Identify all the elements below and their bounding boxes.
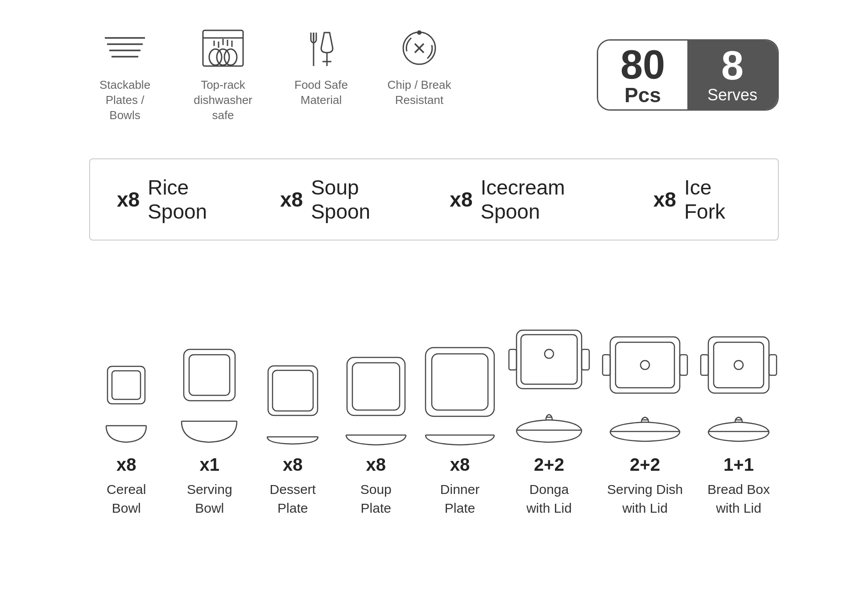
svg-rect-43 — [509, 349, 517, 370]
svg-point-12 — [217, 49, 229, 65]
foodsafe-icon — [301, 27, 341, 71]
serving-bowl-drawings — [177, 276, 242, 446]
serving-dish-drawings — [600, 276, 690, 446]
svg-rect-39 — [432, 354, 488, 410]
svg-rect-41 — [517, 330, 582, 389]
svg-rect-50 — [603, 355, 610, 375]
cutlery-item-1: x8 Soup Spoon — [280, 175, 414, 224]
cutlery-item-3: x8 Ice Fork — [653, 175, 751, 224]
cereal-bowl-drawings — [99, 276, 153, 446]
serves-badge: 80 Pcs 8 Serves — [597, 39, 779, 111]
soup-plate-count: x8 — [366, 455, 386, 475]
svg-rect-35 — [347, 357, 405, 415]
cutlery-name-1: Soup Spoon — [311, 175, 414, 224]
dessert-plate-count: x8 — [283, 455, 303, 475]
cutlery-count-2: x8 — [450, 187, 472, 212]
soup-plate-name: Soup Plate — [360, 480, 392, 518]
svg-point-25 — [417, 30, 422, 35]
badge-serves-section: 8 Serves — [687, 41, 777, 109]
item-dinner-plate: x8 Dinner Plate — [422, 276, 498, 518]
badge-serves-label: Serves — [707, 86, 757, 104]
main-container: Stackable Plates / Bowls — [0, 0, 868, 589]
dessert-plate-drawings — [263, 276, 323, 446]
badge-serves-num: 8 — [721, 46, 744, 86]
item-donga: 2+2 Donga with Lid — [507, 276, 591, 518]
soup-plate-drawings — [343, 276, 409, 446]
svg-rect-42 — [521, 335, 577, 384]
cereal-bowl-name: Cereal Bowl — [107, 480, 146, 518]
feature-stackable: Stackable Plates / Bowls — [89, 27, 161, 123]
svg-rect-56 — [714, 342, 764, 388]
badge-quantity: 80 — [620, 45, 665, 85]
svg-point-13 — [224, 49, 237, 65]
svg-rect-27 — [112, 371, 141, 399]
svg-rect-57 — [701, 355, 708, 375]
item-dessert-plate: x8 Dessert Plate — [256, 276, 330, 518]
serving-bowl-count: x1 — [200, 455, 220, 475]
feature-chipbreak: Chip / Break Resistant — [384, 27, 455, 108]
svg-point-45 — [545, 349, 554, 358]
dishwasher-icon — [198, 27, 248, 71]
cutlery-item-2: x8 Icecream Spoon — [450, 175, 617, 224]
dinner-plate-count: x8 — [450, 455, 470, 475]
svg-rect-29 — [184, 349, 235, 401]
serving-dish-count: 2+2 — [630, 455, 660, 475]
svg-rect-55 — [708, 337, 769, 393]
svg-rect-36 — [352, 363, 400, 410]
donga-count: 2+2 — [534, 455, 564, 475]
chipbreak-label: Chip / Break Resistant — [387, 78, 451, 108]
svg-rect-58 — [769, 355, 777, 375]
cutlery-count-3: x8 — [653, 187, 676, 212]
svg-point-59 — [734, 361, 743, 369]
svg-point-11 — [209, 49, 222, 65]
svg-rect-32 — [268, 366, 318, 415]
svg-rect-51 — [680, 355, 687, 375]
badge-unit: Pcs — [624, 85, 661, 105]
svg-rect-30 — [189, 355, 230, 395]
foodsafe-label: Food Safe Material — [294, 78, 348, 108]
cutlery-row: x8 Rice Spoon x8 Soup Spoon x8 Icecream … — [89, 158, 779, 241]
svg-rect-44 — [582, 349, 589, 370]
cutlery-name-2: Icecream Spoon — [480, 175, 617, 224]
items-grid: x8 Cereal Bowl x1 Serving Bowl — [89, 276, 779, 518]
features-row: Stackable Plates / Bowls — [89, 27, 455, 123]
dishwasher-label: Top-rack dishwasher safe — [187, 78, 259, 123]
cutlery-count-0: x8 — [117, 187, 140, 212]
cutlery-count-1: x8 — [280, 187, 303, 212]
feature-foodsafe: Food Safe Material — [285, 27, 357, 108]
serving-bowl-name: Serving Bowl — [187, 480, 232, 518]
bread-box-name: Bread Box with Lid — [707, 480, 770, 518]
svg-rect-4 — [203, 30, 243, 66]
item-serving-bowl: x1 Serving Bowl — [173, 276, 247, 518]
cutlery-name-0: Rice Spoon — [148, 175, 244, 224]
item-soup-plate: x8 Soup Plate — [339, 276, 413, 518]
stackable-label: Stackable Plates / Bowls — [89, 78, 161, 123]
item-serving-dish: 2+2 Serving Dish with Lid — [600, 276, 690, 518]
serving-dish-name: Serving Dish with Lid — [607, 480, 683, 518]
donga-drawings — [507, 276, 591, 446]
item-bread-box: 1+1 Bread Box with Lid — [699, 276, 779, 518]
dinner-plate-drawings — [422, 276, 498, 446]
bread-box-drawings — [699, 276, 779, 446]
cereal-bowl-count: x8 — [116, 455, 136, 475]
svg-rect-33 — [273, 370, 313, 411]
svg-point-52 — [641, 361, 649, 369]
svg-rect-49 — [616, 342, 674, 388]
feature-dishwasher: Top-rack dishwasher safe — [187, 27, 259, 123]
dessert-plate-name: Dessert Plate — [270, 480, 316, 518]
item-cereal-bowl: x8 Cereal Bowl — [89, 276, 164, 518]
cutlery-item-0: x8 Rice Spoon — [117, 175, 244, 224]
badge-quantity-section: 80 Pcs — [598, 41, 687, 109]
stackable-icon — [98, 27, 152, 71]
bread-box-count: 1+1 — [723, 455, 754, 475]
dinner-plate-name: Dinner Plate — [440, 480, 479, 518]
chipbreak-icon — [397, 27, 442, 71]
top-section: Stackable Plates / Bowls — [89, 27, 779, 123]
donga-name: Donga with Lid — [526, 480, 572, 518]
cutlery-name-3: Ice Fork — [684, 175, 751, 224]
svg-rect-38 — [426, 348, 494, 416]
svg-rect-48 — [610, 337, 680, 393]
